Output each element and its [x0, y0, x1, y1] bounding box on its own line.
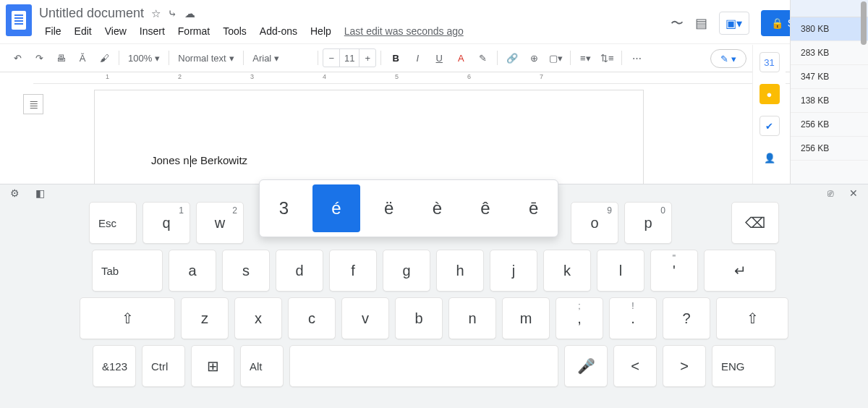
- key-k[interactable]: k: [543, 250, 591, 292]
- contacts-icon[interactable]: 👤: [760, 148, 780, 168]
- key-p[interactable]: p0: [624, 202, 672, 244]
- key-z[interactable]: z: [181, 297, 229, 339]
- italic-button[interactable]: I: [407, 48, 427, 68]
- font-size-value[interactable]: 11: [339, 49, 359, 67]
- accent-option[interactable]: ē: [509, 180, 558, 237]
- redo-button[interactable]: ↷: [29, 48, 49, 68]
- file-list-header[interactable]: [791, 0, 868, 17]
- highlight-button[interactable]: ✎: [472, 48, 493, 68]
- link-button[interactable]: 🔗: [502, 48, 522, 68]
- key-o[interactable]: o9: [571, 202, 618, 244]
- editing-mode-button[interactable]: ✎ ▾: [710, 49, 746, 68]
- font-size-decrease[interactable]: −: [323, 49, 339, 67]
- key-Alt[interactable]: Alt: [240, 345, 284, 387]
- docs-logo[interactable]: [6, 4, 32, 36]
- file-list-item[interactable]: 256 KB: [791, 113, 868, 137]
- key->[interactable]: >: [663, 345, 706, 387]
- font-size-increase[interactable]: +: [359, 49, 375, 67]
- key-⇧[interactable]: ⇧: [80, 297, 175, 339]
- key-j[interactable]: j: [490, 250, 537, 292]
- menu-help[interactable]: Help: [305, 24, 337, 38]
- key-⌫[interactable]: ⌫: [731, 202, 779, 244]
- zoom-select[interactable]: 100%▾: [124, 53, 164, 64]
- key-l[interactable]: l: [597, 250, 644, 292]
- menu-insert[interactable]: Insert: [134, 24, 171, 38]
- file-list-item[interactable]: 256 KB: [791, 137, 868, 161]
- underline-button[interactable]: U: [429, 48, 449, 68]
- key-s[interactable]: s: [222, 250, 270, 292]
- activity-icon[interactable]: 〜: [671, 14, 684, 32]
- outline-toggle-icon[interactable]: ≣: [23, 94, 43, 114]
- cloud-icon[interactable]: ☁: [184, 7, 195, 20]
- image-button[interactable]: ▢▾: [545, 48, 566, 68]
- file-list-item[interactable]: 138 KB: [791, 89, 868, 113]
- key-⊞[interactable]: ⊞: [191, 345, 234, 387]
- ruler[interactable]: 1 2 3 4 5 6 7: [33, 72, 833, 84]
- key-'[interactable]: '": [650, 250, 698, 292]
- print-button[interactable]: 🖶: [51, 48, 71, 68]
- accent-option[interactable]: 3: [260, 180, 308, 237]
- keep-icon[interactable]: ●: [760, 84, 780, 104]
- accent-option[interactable]: ê: [461, 180, 510, 237]
- key-g[interactable]: g: [383, 250, 430, 292]
- present-button[interactable]: ▣▾: [719, 12, 749, 35]
- menu-format[interactable]: Format: [172, 24, 216, 38]
- key-v[interactable]: v: [341, 297, 389, 339]
- calendar-icon[interactable]: 31: [760, 52, 780, 72]
- menu-view[interactable]: View: [99, 24, 132, 38]
- align-button[interactable]: ≡▾: [575, 48, 595, 68]
- menu-file[interactable]: File: [39, 24, 67, 38]
- file-list-item[interactable]: 380 KB: [791, 17, 868, 41]
- key-w[interactable]: w2: [196, 202, 244, 244]
- key-f[interactable]: f: [329, 250, 377, 292]
- key-,[interactable]: ,;: [556, 297, 603, 339]
- line-spacing-button[interactable]: ⇅≡: [597, 48, 617, 68]
- comment-button[interactable]: ⊕: [524, 48, 544, 68]
- keyboard-close-icon[interactable]: ✕: [849, 187, 858, 199]
- key-q[interactable]: q1: [142, 202, 190, 244]
- key-.[interactable]: .!: [609, 297, 657, 339]
- key-&123[interactable]: &123: [93, 345, 136, 387]
- key-↵[interactable]: ↵: [704, 250, 776, 292]
- key-h[interactable]: h: [436, 250, 484, 292]
- key-x[interactable]: x: [234, 297, 282, 339]
- key-ENG[interactable]: ENG: [712, 345, 775, 387]
- comments-icon[interactable]: ▤: [695, 15, 707, 31]
- key-⇧[interactable]: ⇧: [716, 297, 788, 339]
- file-list-item[interactable]: 347 KB: [791, 65, 868, 89]
- move-icon[interactable]: ⤷: [168, 7, 177, 20]
- document-text[interactable]: Jones ne Berkowitz: [151, 154, 247, 167]
- key-Ctrl[interactable]: Ctrl: [142, 345, 185, 387]
- accent-option[interactable]: è: [413, 180, 461, 237]
- key-a[interactable]: a: [169, 250, 216, 292]
- key-n[interactable]: n: [448, 297, 496, 339]
- key-d[interactable]: d: [276, 250, 323, 292]
- last-edit-link[interactable]: Last edit was seconds ago: [339, 24, 469, 38]
- undo-button[interactable]: ↶: [7, 48, 27, 68]
- keyboard-settings-icon[interactable]: ⚙: [10, 187, 20, 199]
- key-Tab[interactable]: Tab: [92, 250, 163, 292]
- more-button[interactable]: ⋯: [626, 48, 647, 68]
- font-select[interactable]: Arial▾: [248, 53, 313, 64]
- text-color-button[interactable]: A: [451, 48, 471, 68]
- accent-option[interactable]: ë: [365, 180, 413, 237]
- key-Esc[interactable]: Esc: [89, 202, 137, 244]
- key-<[interactable]: <: [613, 345, 657, 387]
- bold-button[interactable]: B: [386, 48, 406, 68]
- menu-edit[interactable]: Edit: [69, 24, 98, 38]
- star-icon[interactable]: ☆: [151, 7, 161, 20]
- scrollbar-thumb[interactable]: [861, 1, 867, 45]
- style-select[interactable]: Normal text▾: [174, 53, 239, 64]
- document-title[interactable]: Untitled document: [39, 6, 144, 21]
- key-m[interactable]: m: [502, 297, 550, 339]
- menu-addons[interactable]: Add-ons: [254, 24, 303, 38]
- keyboard-dock-icon[interactable]: ⎚: [827, 187, 833, 199]
- key-b[interactable]: b: [395, 297, 443, 339]
- key-?[interactable]: ?: [663, 297, 710, 339]
- key-🎤[interactable]: 🎤: [564, 345, 608, 387]
- accent-option-selected[interactable]: é: [312, 184, 361, 232]
- key-blank[interactable]: [289, 345, 558, 387]
- tasks-icon[interactable]: ✔: [760, 116, 780, 136]
- paint-format-button[interactable]: 🖌: [94, 48, 114, 68]
- menu-tools[interactable]: Tools: [217, 24, 252, 38]
